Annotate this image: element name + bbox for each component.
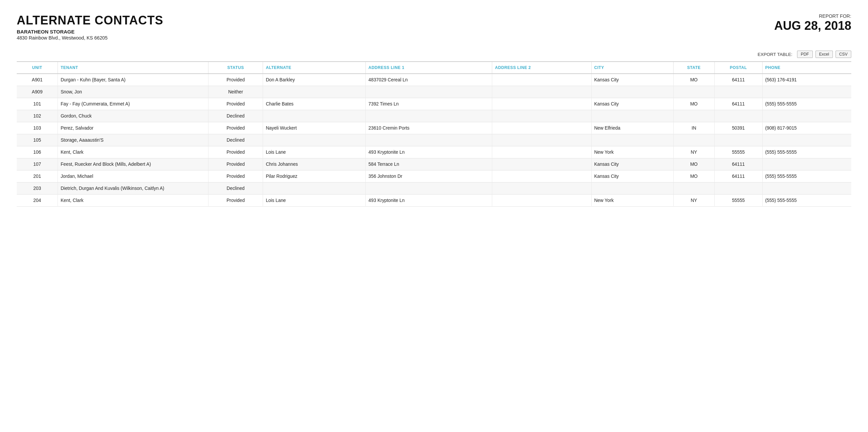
cell-unit: 105 [17, 134, 58, 146]
cell-alternate: Lois Lane [263, 195, 366, 207]
cell-tenant: Perez, Salvador [58, 122, 209, 134]
cell-addr1 [366, 110, 492, 122]
cell-alternate: Nayeli Wuckert [263, 122, 366, 134]
company-address: 4830 Rainbow Blvd., Westwood, KS 66205 [17, 35, 163, 40]
cell-unit: 204 [17, 195, 58, 207]
cell-status: Declined [208, 182, 263, 195]
cell-unit: A901 [17, 74, 58, 86]
col-header-alternate: ALTERNATE [263, 62, 366, 74]
report-for-label: REPORT FOR: [774, 13, 851, 19]
cell-unit: 102 [17, 110, 58, 122]
col-header-tenant: TENANT [58, 62, 209, 74]
cell-status: Declined [208, 110, 263, 122]
cell-postal: 55555 [714, 195, 762, 207]
company-name: BARATHEON STORAGE [17, 29, 163, 34]
col-header-addr2: ADDRESS LINE 2 [492, 62, 591, 74]
cell-alternate: Chris Johannes [263, 159, 366, 170]
cell-postal [714, 182, 762, 195]
export-section: EXPORT TABLE: PDF Excel CSV [17, 51, 851, 58]
cell-city: New York [591, 146, 673, 159]
cell-unit: 106 [17, 146, 58, 159]
col-header-state: STATE [673, 62, 714, 74]
cell-city [591, 86, 673, 98]
cell-addr2 [492, 134, 591, 146]
cell-addr2 [492, 86, 591, 98]
cell-postal: 50391 [714, 122, 762, 134]
header-right: REPORT FOR: AUG 28, 2018 [774, 13, 851, 33]
report-date: AUG 28, 2018 [774, 19, 851, 33]
cell-city [591, 182, 673, 195]
cell-status: Provided [208, 170, 263, 182]
cell-unit: A909 [17, 86, 58, 98]
cell-tenant: Durgan - Kuhn (Bayer, Santa A) [58, 74, 209, 86]
cell-addr2 [492, 122, 591, 134]
cell-unit: 107 [17, 159, 58, 170]
col-header-status: STATUS [208, 62, 263, 74]
cell-status: Provided [208, 159, 263, 170]
cell-phone [762, 86, 851, 98]
cell-status: Neither [208, 86, 263, 98]
cell-addr2 [492, 110, 591, 122]
cell-phone: (555) 555-5555 [762, 170, 851, 182]
cell-phone: (555) 555-5555 [762, 98, 851, 110]
cell-postal [714, 110, 762, 122]
table-header-row: UNIT TENANT STATUS ALTERNATE ADDRESS LIN… [17, 62, 851, 74]
cell-addr2 [492, 182, 591, 195]
cell-phone: (563) 176-4191 [762, 74, 851, 86]
cell-alternate [263, 86, 366, 98]
cell-status: Provided [208, 195, 263, 207]
table-row: 103Perez, SalvadorProvidedNayeli Wuckert… [17, 122, 851, 134]
cell-addr2 [492, 159, 591, 170]
cell-unit: 101 [17, 98, 58, 110]
export-pdf-button[interactable]: PDF [797, 51, 813, 58]
table-row: 107Feest, Ruecker And Block (Mills, Adel… [17, 159, 851, 170]
cell-unit: 203 [17, 182, 58, 195]
cell-unit: 103 [17, 122, 58, 134]
cell-state: MO [673, 74, 714, 86]
table-row: 106Kent, ClarkProvidedLois Lane493 Krypt… [17, 146, 851, 159]
col-header-phone: PHONE [762, 62, 851, 74]
table-row: 101Fay - Fay (Cummerata, Emmet A)Provide… [17, 98, 851, 110]
cell-phone [762, 134, 851, 146]
cell-status: Provided [208, 74, 263, 86]
cell-state: MO [673, 159, 714, 170]
cell-tenant: Dietrich, Durgan And Kuvalis (Wilkinson,… [58, 182, 209, 195]
table-row: A901Durgan - Kuhn (Bayer, Santa A)Provid… [17, 74, 851, 86]
cell-city: Kansas City [591, 74, 673, 86]
cell-city: Kansas City [591, 170, 673, 182]
cell-phone [762, 110, 851, 122]
table-row: 102Gordon, ChuckDeclined [17, 110, 851, 122]
cell-status: Provided [208, 98, 263, 110]
cell-alternate [263, 182, 366, 195]
cell-tenant: Fay - Fay (Cummerata, Emmet A) [58, 98, 209, 110]
table-row: 203Dietrich, Durgan And Kuvalis (Wilkins… [17, 182, 851, 195]
export-excel-button[interactable]: Excel [815, 51, 833, 58]
cell-state: IN [673, 122, 714, 134]
cell-state: MO [673, 170, 714, 182]
table-row: A909Snow, JonNeither [17, 86, 851, 98]
cell-status: Provided [208, 122, 263, 134]
cell-tenant: Gordon, Chuck [58, 110, 209, 122]
cell-status: Declined [208, 134, 263, 146]
cell-city: Kansas City [591, 98, 673, 110]
cell-addr2 [492, 74, 591, 86]
export-csv-button[interactable]: CSV [836, 51, 851, 58]
cell-alternate: Don A Barkley [263, 74, 366, 86]
cell-city: New York [591, 195, 673, 207]
cell-postal: 64111 [714, 170, 762, 182]
cell-phone: (555) 555-5555 [762, 195, 851, 207]
cell-city: New Elfrieda [591, 122, 673, 134]
cell-tenant: Storage, Aaaaustin'S [58, 134, 209, 146]
cell-state [673, 110, 714, 122]
cell-postal [714, 86, 762, 98]
cell-alternate [263, 134, 366, 146]
cell-addr2 [492, 170, 591, 182]
cell-alternate: Charlie Bates [263, 98, 366, 110]
col-header-addr1: ADDRESS LINE 1 [366, 62, 492, 74]
table-row: 105Storage, Aaaaustin'SDeclined [17, 134, 851, 146]
page-title: ALTERNATE CONTACTS [17, 13, 163, 27]
cell-state: NY [673, 146, 714, 159]
cell-addr2 [492, 146, 591, 159]
table-row: 204Kent, ClarkProvidedLois Lane493 Krypt… [17, 195, 851, 207]
cell-phone: (908) 817-9015 [762, 122, 851, 134]
